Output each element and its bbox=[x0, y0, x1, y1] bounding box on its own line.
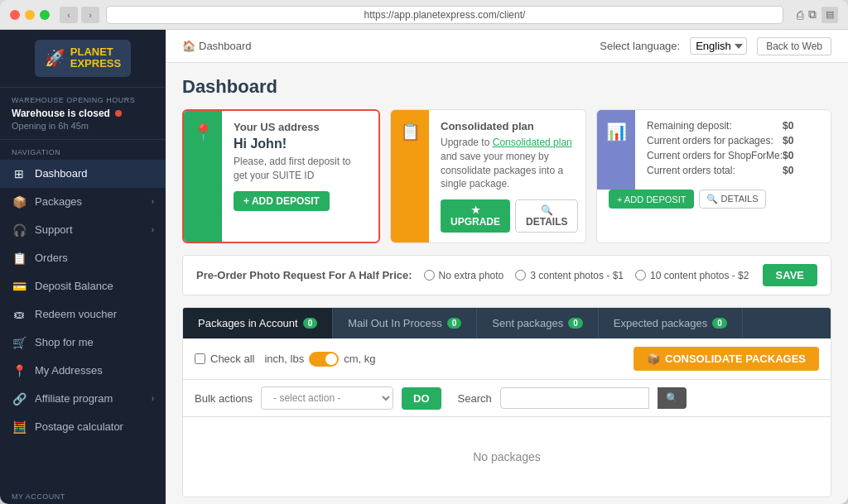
check-all-label: Check all bbox=[210, 353, 254, 365]
card-inner: 📍 Your US address Hi John! Please, add f… bbox=[184, 111, 378, 242]
sidebar-item-affiliate[interactable]: 🔗 Affiliate program › bbox=[0, 385, 166, 413]
warehouse-time: Opening in 6h 45m bbox=[12, 121, 154, 131]
sidebar-item-label: Deposit Balance bbox=[35, 280, 113, 292]
search-input[interactable] bbox=[500, 387, 649, 409]
unit-inch-label: inch, lbs bbox=[264, 353, 304, 365]
upgrade-button[interactable]: ★ UPGRADE bbox=[441, 199, 510, 233]
sidebar: 🚀 PLANET EXPRESS WAREHOUSE OPENING HOURS… bbox=[0, 30, 166, 504]
photo-radio-3[interactable] bbox=[515, 270, 526, 281]
search-label: Search bbox=[458, 392, 492, 405]
logo-area: 🚀 PLANET EXPRESS bbox=[0, 30, 166, 88]
page-content: Dashboard 📍 Your US address Hi John! bbox=[166, 63, 848, 504]
consolidate-button[interactable]: 📦 CONSOLIDATE PACKAGES bbox=[634, 347, 819, 371]
language-select[interactable]: English bbox=[690, 37, 747, 55]
location-icon: 📍 bbox=[193, 122, 214, 142]
sidebar-item-orders[interactable]: 📋 Orders bbox=[0, 244, 166, 272]
tab-expected[interactable]: Expected packages 0 bbox=[599, 308, 743, 338]
sidebar-item-label: Support bbox=[35, 223, 73, 236]
address-icon: 📍 bbox=[12, 364, 26, 377]
window-button[interactable]: ▤ bbox=[822, 7, 838, 23]
forward-button[interactable]: › bbox=[81, 7, 99, 23]
check-all-checkbox[interactable] bbox=[195, 353, 205, 364]
search-button[interactable]: 🔍 bbox=[658, 387, 687, 409]
sidebar-item-deposit[interactable]: 💳 Deposit Balance bbox=[0, 272, 166, 300]
bulk-action-select[interactable]: - select action - bbox=[261, 386, 393, 410]
stat-packages: Current orders for packages: $0 bbox=[647, 135, 793, 146]
consolidated-plan-link[interactable]: Consolidated plan bbox=[493, 137, 572, 148]
back-to-web-button[interactable]: Back to Web bbox=[757, 37, 831, 55]
consolidated-card-icon: 📋 bbox=[391, 110, 429, 242]
unit-toggle-switch[interactable] bbox=[309, 352, 339, 367]
status-indicator bbox=[115, 110, 122, 117]
share-button[interactable]: ⎙ bbox=[797, 7, 803, 23]
stats-body: Remaining deposit: $0 Current orders for… bbox=[635, 110, 805, 190]
unit-cm-label: cm, kg bbox=[344, 353, 375, 365]
consolidated-text: Upgrade to Consolidated plan and save yo… bbox=[441, 136, 578, 191]
stat-shopforme: Current orders for ShopForMe: $0 bbox=[647, 150, 793, 161]
sidebar-item-shopforme[interactable]: 🛒 Shop for me bbox=[0, 329, 166, 357]
tabs-section: Packages in Account 0 Mail Out In Proces… bbox=[182, 307, 831, 497]
photo-radio-10[interactable] bbox=[635, 270, 646, 281]
stats-top: 📊 Remaining deposit: $0 Current orders f… bbox=[597, 110, 805, 190]
back-button[interactable]: ‹ bbox=[60, 7, 78, 23]
cards-row: 📍 Your US address Hi John! Please, add f… bbox=[182, 109, 831, 243]
address-card-icon: 📍 bbox=[184, 111, 222, 242]
stats-card: 📊 Remaining deposit: $0 Current orders f… bbox=[596, 109, 831, 243]
consolidated-title: Consolidated plan bbox=[441, 120, 578, 132]
tab-badge: 0 bbox=[712, 318, 727, 329]
bulk-actions-row: Bulk actions - select action - DO Search… bbox=[183, 380, 831, 417]
sidebar-item-packages[interactable]: 📦 Packages › bbox=[0, 188, 166, 216]
tab-label: Expected packages bbox=[614, 317, 707, 329]
address-bar[interactable]: https://app.planetexpress.com/client/ bbox=[106, 6, 783, 24]
tab-label: Sent packages bbox=[492, 317, 563, 329]
photo-option-10[interactable]: 10 content photos - $2 bbox=[635, 270, 749, 281]
tab-packages-in-account[interactable]: Packages in Account 0 bbox=[183, 308, 333, 338]
add-deposit-button[interactable]: + ADD DEPOSIT bbox=[234, 191, 330, 211]
packages-icon: 📦 bbox=[12, 195, 26, 209]
photo-option-none[interactable]: No extra photo bbox=[424, 270, 504, 281]
home-icon: 🏠 bbox=[182, 40, 195, 52]
sidebar-item-support[interactable]: 🎧 Support › bbox=[0, 216, 166, 244]
consolidated-card-body: Consolidated plan Upgrade to Consolidate… bbox=[429, 110, 586, 242]
duplicate-button[interactable]: ⧉ bbox=[808, 7, 817, 23]
do-button[interactable]: DO bbox=[402, 387, 441, 410]
tab-label: Packages in Account bbox=[198, 317, 298, 329]
minimize-button[interactable] bbox=[25, 10, 35, 20]
sidebar-item-label: Shop for me bbox=[35, 336, 94, 348]
tab-badge: 0 bbox=[568, 318, 583, 329]
address-card-body: Your US address Hi John! Please, add fir… bbox=[222, 111, 378, 242]
sidebar-item-postage[interactable]: 🧮 Postage calculator bbox=[0, 413, 166, 441]
stats-details-button[interactable]: 🔍 DETAILS bbox=[699, 190, 765, 209]
photo-option-3[interactable]: 3 content photos - $1 bbox=[515, 270, 624, 281]
no-packages: No packages bbox=[183, 417, 831, 497]
top-bar-right: Select language: English Back to Web bbox=[600, 37, 831, 55]
check-all[interactable]: Check all bbox=[195, 353, 254, 365]
tab-mail-out[interactable]: Mail Out In Process 0 bbox=[333, 308, 477, 338]
stats-card-icon: 📊 bbox=[597, 110, 635, 190]
photo-request-label: Pre-Order Photo Request For A Half Price… bbox=[196, 269, 412, 281]
sidebar-item-label: Orders bbox=[35, 252, 68, 264]
logo-icon: 🚀 bbox=[45, 48, 65, 68]
stat-total: Current orders total: $0 bbox=[647, 165, 793, 176]
sidebar-item-voucher[interactable]: 🎟 Redeem voucher bbox=[0, 300, 166, 329]
consolidate-icon: 📦 bbox=[647, 353, 660, 365]
photo-save-button[interactable]: SAVE bbox=[763, 264, 817, 286]
sidebar-item-label: Dashboard bbox=[35, 167, 88, 180]
shop-icon: 🛒 bbox=[12, 336, 26, 349]
consolidated-details-button[interactable]: 🔍 DETAILS bbox=[515, 199, 578, 233]
sidebar-item-addresses[interactable]: 📍 My Addresses bbox=[0, 357, 166, 385]
tab-sent[interactable]: Sent packages 0 bbox=[477, 308, 599, 338]
url-text: https://app.planetexpress.com/client/ bbox=[364, 9, 526, 21]
close-button[interactable] bbox=[10, 10, 20, 20]
photo-radio-none[interactable] bbox=[424, 270, 435, 281]
deposit-icon: 💳 bbox=[12, 280, 26, 293]
fullscreen-button[interactable] bbox=[40, 10, 50, 20]
sidebar-item-label: Packages bbox=[35, 195, 82, 208]
stats-add-deposit-button[interactable]: + ADD DEPOSIT bbox=[609, 190, 694, 209]
sidebar-item-dashboard[interactable]: ⊞ Dashboard bbox=[0, 160, 166, 188]
warehouse-section: WAREHOUSE OPENING HOURS Warehouse is clo… bbox=[0, 88, 166, 140]
main-content: 🏠 Dashboard Select language: English Bac… bbox=[166, 30, 848, 504]
photo-request-bar: Pre-Order Photo Request For A Half Price… bbox=[182, 255, 831, 295]
affiliate-icon: 🔗 bbox=[12, 392, 26, 406]
nav-section-label: NAVIGATION bbox=[0, 140, 166, 160]
